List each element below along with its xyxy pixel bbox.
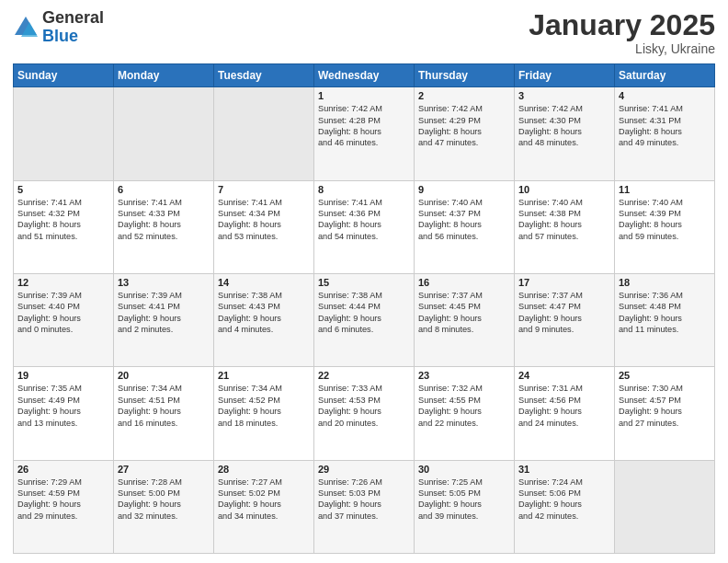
day-number: 15 (318, 277, 410, 288)
calendar-cell: 20Sunrise: 7:34 AM Sunset: 4:51 PM Dayli… (114, 367, 214, 460)
day-number: 25 (619, 370, 711, 381)
logo-blue-text: Blue (42, 27, 78, 45)
calendar-cell: 9Sunrise: 7:40 AM Sunset: 4:37 PM Daylig… (415, 180, 515, 273)
weekday-header-row: SundayMondayTuesdayWednesdayThursdayFrid… (14, 64, 715, 87)
day-number: 29 (318, 464, 410, 475)
day-info: Sunrise: 7:39 AM Sunset: 4:40 PM Dayligh… (17, 290, 109, 336)
week-row-1: 1Sunrise: 7:42 AM Sunset: 4:28 PM Daylig… (14, 87, 715, 180)
day-info: Sunrise: 7:41 AM Sunset: 4:33 PM Dayligh… (118, 197, 210, 243)
day-info: Sunrise: 7:42 AM Sunset: 4:28 PM Dayligh… (318, 103, 410, 149)
day-number: 27 (118, 464, 210, 475)
day-info: Sunrise: 7:29 AM Sunset: 4:59 PM Dayligh… (17, 477, 109, 523)
day-info: Sunrise: 7:24 AM Sunset: 5:06 PM Dayligh… (518, 477, 610, 523)
weekday-header-thursday: Thursday (415, 64, 515, 87)
day-number: 22 (318, 370, 410, 381)
day-info: Sunrise: 7:30 AM Sunset: 4:57 PM Dayligh… (619, 383, 711, 429)
day-info: Sunrise: 7:34 AM Sunset: 4:51 PM Dayligh… (118, 383, 210, 429)
calendar-cell (114, 87, 214, 180)
day-info: Sunrise: 7:41 AM Sunset: 4:34 PM Dayligh… (218, 197, 310, 243)
day-number: 31 (518, 464, 610, 475)
calendar-cell: 31Sunrise: 7:24 AM Sunset: 5:06 PM Dayli… (515, 460, 615, 553)
day-number: 6 (118, 184, 210, 195)
calendar-cell: 13Sunrise: 7:39 AM Sunset: 4:41 PM Dayli… (114, 273, 214, 366)
day-info: Sunrise: 7:38 AM Sunset: 4:43 PM Dayligh… (218, 290, 310, 336)
weekday-header-wednesday: Wednesday (314, 64, 415, 87)
day-info: Sunrise: 7:33 AM Sunset: 4:53 PM Dayligh… (318, 383, 410, 429)
day-info: Sunrise: 7:41 AM Sunset: 4:36 PM Dayligh… (318, 197, 410, 243)
day-number: 23 (418, 370, 510, 381)
calendar-cell: 18Sunrise: 7:36 AM Sunset: 4:48 PM Dayli… (615, 273, 715, 366)
week-row-5: 26Sunrise: 7:29 AM Sunset: 4:59 PM Dayli… (14, 460, 715, 553)
day-number: 28 (218, 464, 310, 475)
calendar-cell: 23Sunrise: 7:32 AM Sunset: 4:55 PM Dayli… (415, 367, 515, 460)
day-info: Sunrise: 7:32 AM Sunset: 4:55 PM Dayligh… (418, 383, 510, 429)
month-title: January 2025 (529, 9, 715, 41)
calendar-cell: 26Sunrise: 7:29 AM Sunset: 4:59 PM Dayli… (14, 460, 114, 553)
calendar-cell: 16Sunrise: 7:37 AM Sunset: 4:45 PM Dayli… (415, 273, 515, 366)
week-row-4: 19Sunrise: 7:35 AM Sunset: 4:49 PM Dayli… (14, 367, 715, 460)
day-number: 26 (17, 464, 109, 475)
calendar-cell: 29Sunrise: 7:26 AM Sunset: 5:03 PM Dayli… (314, 460, 415, 553)
day-number: 16 (418, 277, 510, 288)
day-info: Sunrise: 7:42 AM Sunset: 4:30 PM Dayligh… (518, 103, 610, 149)
calendar-cell: 12Sunrise: 7:39 AM Sunset: 4:40 PM Dayli… (14, 273, 114, 366)
day-info: Sunrise: 7:40 AM Sunset: 4:38 PM Dayligh… (518, 197, 610, 243)
calendar-cell: 25Sunrise: 7:30 AM Sunset: 4:57 PM Dayli… (615, 367, 715, 460)
day-number: 24 (518, 370, 610, 381)
calendar-cell: 28Sunrise: 7:27 AM Sunset: 5:02 PM Dayli… (214, 460, 314, 553)
day-number: 4 (619, 90, 711, 101)
day-number: 13 (118, 277, 210, 288)
calendar-cell: 4Sunrise: 7:41 AM Sunset: 4:31 PM Daylig… (615, 87, 715, 180)
week-row-2: 5Sunrise: 7:41 AM Sunset: 4:32 PM Daylig… (14, 180, 715, 273)
day-info: Sunrise: 7:25 AM Sunset: 5:05 PM Dayligh… (418, 477, 510, 523)
day-info: Sunrise: 7:36 AM Sunset: 4:48 PM Dayligh… (619, 290, 711, 336)
weekday-header-friday: Friday (515, 64, 615, 87)
day-number: 11 (619, 184, 711, 195)
calendar-cell: 5Sunrise: 7:41 AM Sunset: 4:32 PM Daylig… (14, 180, 114, 273)
location-subtitle: Lisky, Ukraine (529, 41, 715, 56)
day-number: 1 (318, 90, 410, 101)
day-number: 10 (518, 184, 610, 195)
calendar-cell: 14Sunrise: 7:38 AM Sunset: 4:43 PM Dayli… (214, 273, 314, 366)
calendar-cell: 15Sunrise: 7:38 AM Sunset: 4:44 PM Dayli… (314, 273, 415, 366)
calendar-cell (214, 87, 314, 180)
calendar-cell: 10Sunrise: 7:40 AM Sunset: 4:38 PM Dayli… (515, 180, 615, 273)
day-number: 3 (518, 90, 610, 101)
logo-general-text: General (42, 8, 104, 27)
day-number: 12 (17, 277, 109, 288)
logo-icon (13, 15, 39, 40)
day-info: Sunrise: 7:31 AM Sunset: 4:56 PM Dayligh… (518, 383, 610, 429)
logo: General Blue (13, 9, 104, 46)
calendar-cell: 11Sunrise: 7:40 AM Sunset: 4:39 PM Dayli… (615, 180, 715, 273)
day-info: Sunrise: 7:41 AM Sunset: 4:32 PM Dayligh… (17, 197, 109, 243)
calendar-page: General Blue January 2025 Lisky, Ukraine… (0, 0, 728, 563)
day-number: 18 (619, 277, 711, 288)
calendar-cell (14, 87, 114, 180)
day-number: 30 (418, 464, 510, 475)
calendar-cell: 7Sunrise: 7:41 AM Sunset: 4:34 PM Daylig… (214, 180, 314, 273)
title-block: January 2025 Lisky, Ukraine (529, 9, 715, 56)
calendar-cell: 3Sunrise: 7:42 AM Sunset: 4:30 PM Daylig… (515, 87, 615, 180)
day-info: Sunrise: 7:40 AM Sunset: 4:37 PM Dayligh… (418, 197, 510, 243)
calendar-cell: 21Sunrise: 7:34 AM Sunset: 4:52 PM Dayli… (214, 367, 314, 460)
day-info: Sunrise: 7:40 AM Sunset: 4:39 PM Dayligh… (619, 197, 711, 243)
day-info: Sunrise: 7:38 AM Sunset: 4:44 PM Dayligh… (318, 290, 410, 336)
day-number: 17 (518, 277, 610, 288)
weekday-header-saturday: Saturday (615, 64, 715, 87)
calendar-cell: 24Sunrise: 7:31 AM Sunset: 4:56 PM Dayli… (515, 367, 615, 460)
day-info: Sunrise: 7:35 AM Sunset: 4:49 PM Dayligh… (17, 383, 109, 429)
day-number: 21 (218, 370, 310, 381)
calendar-cell: 8Sunrise: 7:41 AM Sunset: 4:36 PM Daylig… (314, 180, 415, 273)
calendar-cell: 19Sunrise: 7:35 AM Sunset: 4:49 PM Dayli… (14, 367, 114, 460)
day-info: Sunrise: 7:39 AM Sunset: 4:41 PM Dayligh… (118, 290, 210, 336)
day-info: Sunrise: 7:42 AM Sunset: 4:29 PM Dayligh… (418, 103, 510, 149)
day-number: 9 (418, 184, 510, 195)
calendar-cell: 17Sunrise: 7:37 AM Sunset: 4:47 PM Dayli… (515, 273, 615, 366)
calendar-cell: 1Sunrise: 7:42 AM Sunset: 4:28 PM Daylig… (314, 87, 415, 180)
day-info: Sunrise: 7:34 AM Sunset: 4:52 PM Dayligh… (218, 383, 310, 429)
day-number: 14 (218, 277, 310, 288)
week-row-3: 12Sunrise: 7:39 AM Sunset: 4:40 PM Dayli… (14, 273, 715, 366)
day-info: Sunrise: 7:37 AM Sunset: 4:45 PM Dayligh… (418, 290, 510, 336)
calendar-cell (615, 460, 715, 553)
calendar-cell: 2Sunrise: 7:42 AM Sunset: 4:29 PM Daylig… (415, 87, 515, 180)
